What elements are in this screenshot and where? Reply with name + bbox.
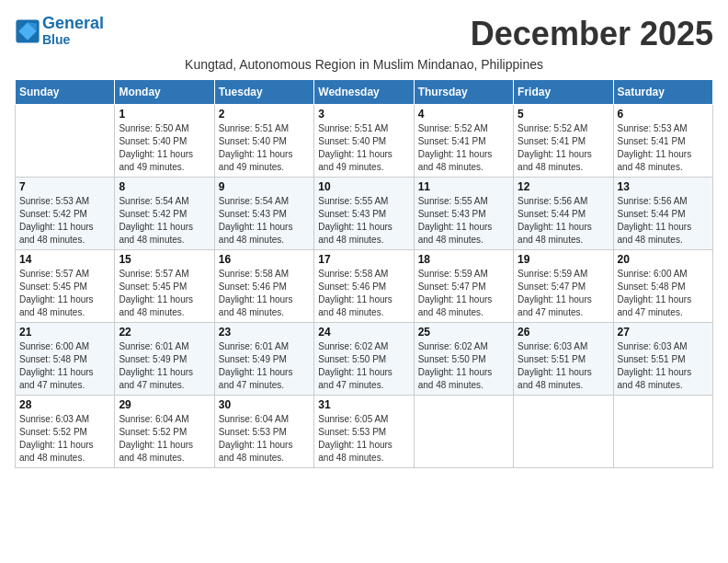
daylight-text: Daylight: 11 hours and 47 minutes. [119,366,210,392]
sunset-text: Sunset: 5:44 PM [618,208,709,221]
calendar-week-2: 7Sunrise: 5:53 AMSunset: 5:42 PMDaylight… [16,178,713,250]
sunset-text: Sunset: 5:52 PM [119,426,210,439]
sunset-text: Sunset: 5:51 PM [518,353,609,366]
day-info: Sunrise: 6:03 AMSunset: 5:51 PMDaylight:… [518,340,609,392]
page-wrapper: General Blue December 2025 Kungtad, Auto… [15,15,713,468]
calendar-cell-3-4: 17Sunrise: 5:58 AMSunset: 5:46 PMDayligh… [314,250,414,323]
daylight-text: Daylight: 11 hours and 48 minutes. [119,221,210,247]
sunrise-text: Sunrise: 5:50 AM [119,122,210,135]
day-number: 4 [418,108,509,121]
daylight-text: Daylight: 11 hours and 48 minutes. [19,221,110,247]
day-info: Sunrise: 6:02 AMSunset: 5:50 PMDaylight:… [318,340,409,392]
calendar-cell-5-3: 30Sunrise: 6:04 AMSunset: 5:53 PMDayligh… [214,396,313,468]
col-wednesday: Wednesday [314,80,414,105]
calendar-cell-4-6: 26Sunrise: 6:03 AMSunset: 5:51 PMDayligh… [514,323,613,396]
sunrise-text: Sunrise: 6:03 AM [19,413,110,426]
calendar-cell-4-5: 25Sunrise: 6:02 AMSunset: 5:50 PMDayligh… [414,323,513,396]
day-number: 17 [318,253,409,266]
sunrise-text: Sunrise: 5:57 AM [119,268,210,281]
logo-icon [15,18,40,44]
sunrise-text: Sunrise: 6:02 AM [418,340,509,353]
col-saturday: Saturday [613,80,712,105]
day-number: 3 [318,108,409,121]
calendar-week-1: 1Sunrise: 5:50 AMSunset: 5:40 PMDaylight… [16,105,713,178]
day-info: Sunrise: 5:53 AMSunset: 5:42 PMDaylight:… [19,195,110,247]
logo: General Blue [15,15,104,47]
sunrise-text: Sunrise: 5:58 AM [318,268,409,281]
sunset-text: Sunset: 5:51 PM [618,353,709,366]
day-info: Sunrise: 5:51 AMSunset: 5:40 PMDaylight:… [318,122,409,174]
day-number: 28 [19,398,110,411]
sunset-text: Sunset: 5:53 PM [318,426,409,439]
day-info: Sunrise: 6:01 AMSunset: 5:49 PMDaylight:… [119,340,210,392]
day-info: Sunrise: 5:53 AMSunset: 5:41 PMDaylight:… [618,122,709,174]
day-info: Sunrise: 5:59 AMSunset: 5:47 PMDaylight:… [518,268,609,319]
day-info: Sunrise: 5:50 AMSunset: 5:40 PMDaylight:… [119,122,210,174]
calendar-cell-4-4: 24Sunrise: 6:02 AMSunset: 5:50 PMDayligh… [314,323,414,396]
daylight-text: Daylight: 11 hours and 48 minutes. [518,148,609,174]
sunrise-text: Sunrise: 6:01 AM [119,340,210,353]
sunset-text: Sunset: 5:41 PM [618,135,709,148]
sunrise-text: Sunrise: 5:55 AM [318,195,409,208]
day-info: Sunrise: 5:56 AMSunset: 5:44 PMDaylight:… [518,195,609,247]
day-info: Sunrise: 6:02 AMSunset: 5:50 PMDaylight:… [418,340,509,392]
col-thursday: Thursday [414,80,513,105]
day-info: Sunrise: 5:57 AMSunset: 5:45 PMDaylight:… [19,268,110,319]
sunset-text: Sunset: 5:40 PM [119,135,210,148]
calendar-header-row: Sunday Monday Tuesday Wednesday Thursday… [16,80,713,105]
sunset-text: Sunset: 5:40 PM [219,135,310,148]
daylight-text: Daylight: 11 hours and 47 minutes. [19,366,110,392]
daylight-text: Daylight: 11 hours and 48 minutes. [219,439,310,465]
daylight-text: Daylight: 11 hours and 48 minutes. [618,366,709,392]
sunset-text: Sunset: 5:40 PM [318,135,409,148]
daylight-text: Daylight: 11 hours and 48 minutes. [418,293,509,319]
sunset-text: Sunset: 5:48 PM [618,281,709,293]
daylight-text: Daylight: 11 hours and 47 minutes. [219,366,310,392]
day-number: 24 [318,326,409,339]
col-tuesday: Tuesday [214,80,313,105]
sunrise-text: Sunrise: 5:56 AM [518,195,609,208]
sunset-text: Sunset: 5:45 PM [119,281,210,293]
sunset-text: Sunset: 5:53 PM [219,426,310,439]
calendar-cell-3-1: 14Sunrise: 5:57 AMSunset: 5:45 PMDayligh… [16,250,115,323]
sunrise-text: Sunrise: 5:55 AM [418,195,509,208]
sunset-text: Sunset: 5:41 PM [418,135,509,148]
day-number: 10 [318,180,409,193]
sunset-text: Sunset: 5:49 PM [219,353,310,366]
sunrise-text: Sunrise: 5:59 AM [418,268,509,281]
daylight-text: Daylight: 11 hours and 48 minutes. [318,439,409,465]
daylight-text: Daylight: 11 hours and 47 minutes. [318,366,409,392]
sunset-text: Sunset: 5:43 PM [318,208,409,221]
day-number: 7 [19,180,110,193]
daylight-text: Daylight: 11 hours and 48 minutes. [219,293,310,319]
sunrise-text: Sunrise: 6:00 AM [19,340,110,353]
sunrise-text: Sunrise: 6:04 AM [219,413,310,426]
sunset-text: Sunset: 5:52 PM [19,426,110,439]
day-number: 29 [119,398,210,411]
calendar-week-5: 28Sunrise: 6:03 AMSunset: 5:52 PMDayligh… [16,396,713,468]
day-info: Sunrise: 5:59 AMSunset: 5:47 PMDaylight:… [418,268,509,319]
calendar-cell-2-5: 11Sunrise: 5:55 AMSunset: 5:43 PMDayligh… [414,178,513,250]
day-info: Sunrise: 5:52 AMSunset: 5:41 PMDaylight:… [418,122,509,174]
sunset-text: Sunset: 5:46 PM [219,281,310,293]
sunset-text: Sunset: 5:49 PM [119,353,210,366]
sunrise-text: Sunrise: 6:03 AM [618,340,709,353]
day-info: Sunrise: 5:51 AMSunset: 5:40 PMDaylight:… [219,122,310,174]
day-number: 23 [219,326,310,339]
sunrise-text: Sunrise: 5:54 AM [219,195,310,208]
calendar-cell-1-7: 6Sunrise: 5:53 AMSunset: 5:41 PMDaylight… [613,105,712,178]
daylight-text: Daylight: 11 hours and 48 minutes. [418,148,509,174]
calendar-cell-1-2: 1Sunrise: 5:50 AMSunset: 5:40 PMDaylight… [115,105,214,178]
page-subtitle: Kungtad, Autonomous Region in Muslim Min… [15,57,713,72]
day-info: Sunrise: 5:55 AMSunset: 5:43 PMDaylight:… [318,195,409,247]
day-number: 19 [518,253,609,266]
daylight-text: Daylight: 11 hours and 48 minutes. [618,148,709,174]
day-number: 27 [618,326,709,339]
calendar-week-3: 14Sunrise: 5:57 AMSunset: 5:45 PMDayligh… [16,250,713,323]
daylight-text: Daylight: 11 hours and 48 minutes. [219,221,310,247]
day-info: Sunrise: 6:00 AMSunset: 5:48 PMDaylight:… [618,268,709,319]
calendar-cell-2-4: 10Sunrise: 5:55 AMSunset: 5:43 PMDayligh… [314,178,414,250]
calendar-cell-5-2: 29Sunrise: 6:04 AMSunset: 5:52 PMDayligh… [115,396,214,468]
day-number: 1 [119,108,210,121]
calendar-cell-1-6: 5Sunrise: 5:52 AMSunset: 5:41 PMDaylight… [514,105,613,178]
